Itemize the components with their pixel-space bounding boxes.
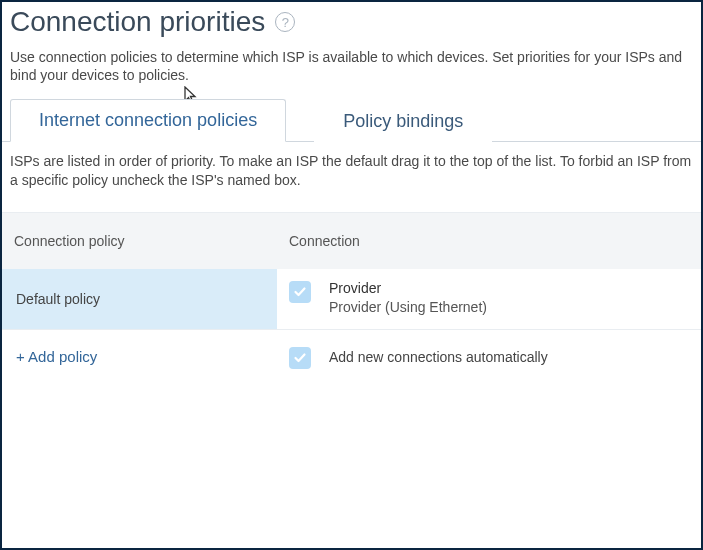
tab-connection-policies[interactable]: Internet connection policies [10, 99, 286, 142]
connection-detail: Provider (Using Ethernet) [329, 298, 487, 317]
help-icon[interactable]: ? [275, 12, 295, 32]
tab-policy-bindings[interactable]: Policy bindings [314, 100, 492, 142]
connection-row[interactable]: Provider Provider (Using Ethernet) [277, 269, 701, 327]
page-title: Connection priorities [10, 6, 265, 38]
tabs-bar: Internet connection policies Policy bind… [2, 98, 701, 142]
connection-name: Provider [329, 279, 487, 298]
connection-checkbox[interactable] [289, 281, 311, 303]
column-header-connection: Connection [277, 213, 701, 269]
intro-text: Use connection policies to determine whi… [10, 48, 693, 84]
tab-description: ISPs are listed in order of priority. To… [2, 142, 701, 212]
add-policy-button[interactable]: + Add policy [2, 330, 277, 383]
column-header-policy: Connection policy [2, 213, 277, 269]
policy-row[interactable]: Default policy [2, 269, 277, 329]
auto-add-checkbox[interactable] [289, 347, 311, 369]
auto-add-label: Add new connections automatically [329, 349, 548, 365]
connection-text: Provider Provider (Using Ethernet) [329, 279, 487, 317]
